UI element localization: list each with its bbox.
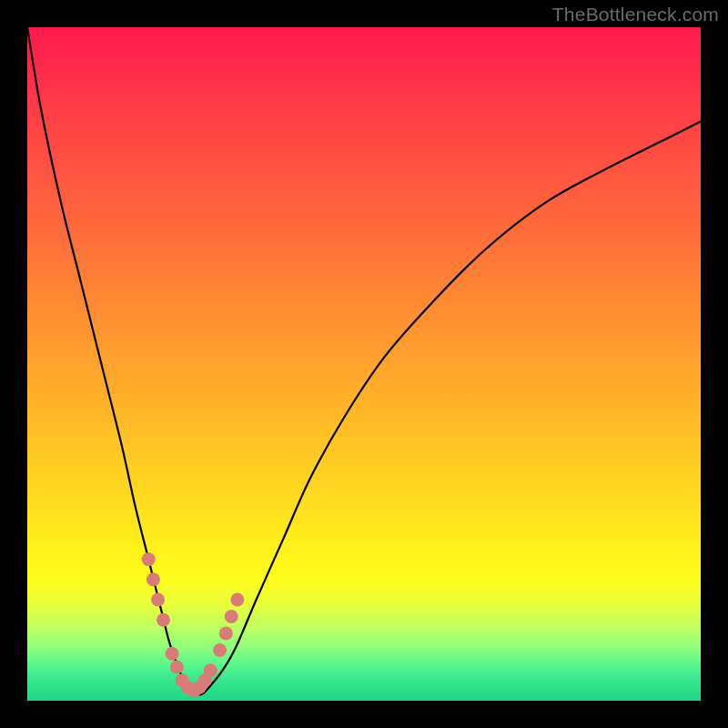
watermark-text: TheBottleneck.com (552, 4, 719, 25)
highlight-dot (170, 661, 184, 674)
highlight-dot (151, 593, 165, 607)
highlight-dot (166, 647, 179, 661)
chart-frame: TheBottleneck.com (0, 0, 728, 728)
chart-svg (27, 27, 701, 701)
highlight-dots (142, 552, 245, 697)
highlight-dot (230, 593, 244, 607)
highlight-dot (225, 610, 238, 623)
highlight-dot (204, 663, 217, 677)
highlight-dot (219, 627, 233, 641)
highlight-dot (157, 613, 170, 627)
highlight-dot (147, 572, 160, 586)
bottleneck-curve (27, 27, 701, 695)
highlight-dot (213, 643, 227, 657)
highlight-dot (142, 552, 156, 566)
plot-area (27, 27, 701, 701)
